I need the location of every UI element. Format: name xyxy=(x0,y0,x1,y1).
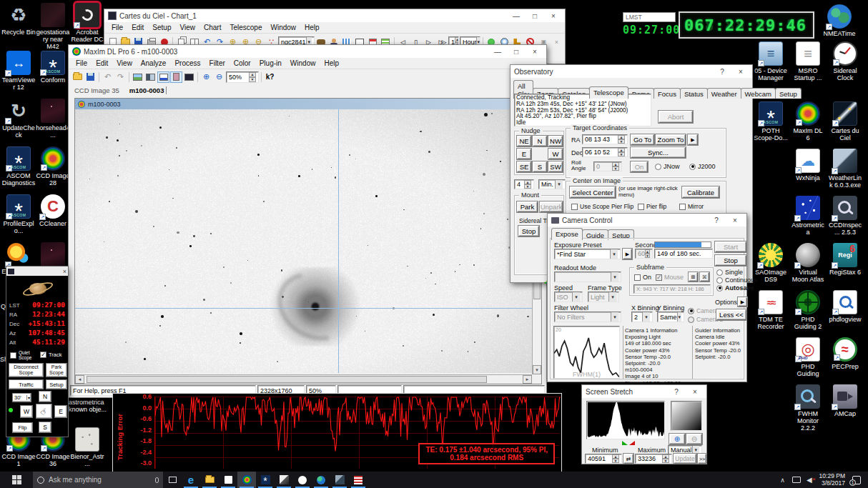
observatory-tab[interactable]: Status xyxy=(680,88,708,99)
desktop-icon[interactable]: PECPrep xyxy=(828,337,862,384)
desktop-icon[interactable]: PHD Guiding 2 xyxy=(791,290,825,337)
maximize-button[interactable]: □ xyxy=(508,46,524,56)
context-help-icon[interactable]: k? xyxy=(264,71,276,83)
stop-tracking-button[interactable]: Stop xyxy=(518,226,539,236)
menu-item[interactable]: Edit xyxy=(92,59,112,68)
swap-min-max-button[interactable]: ⇄ xyxy=(623,454,633,464)
desktop-icon[interactable]: Cartes du Ciel xyxy=(828,101,862,149)
close-icon[interactable]: × xyxy=(63,268,66,275)
nudge-w-button[interactable]: W xyxy=(548,149,563,159)
abort-button[interactable]: Abort xyxy=(659,111,693,123)
stretch-histogram[interactable] xyxy=(586,401,665,439)
desktop-icon[interactable]: POTH Scope-Do... xyxy=(754,101,788,149)
max-marker-icon[interactable] xyxy=(629,441,635,445)
nudge-sw-button[interactable]: SW xyxy=(548,161,563,172)
menu-item[interactable]: View xyxy=(176,23,200,32)
nudge-ne-button[interactable]: NE xyxy=(517,136,531,146)
microphone-icon[interactable] xyxy=(155,477,159,483)
nudge-s-button[interactable]: S xyxy=(533,161,547,172)
desktop-icon[interactable]: Acrobat Reader DC xyxy=(70,3,104,51)
radio-selected-icon[interactable] xyxy=(688,308,694,314)
target-ra-input[interactable]: 08 13 43▲▼ xyxy=(582,134,628,144)
single-radio[interactable]: Single xyxy=(716,269,743,276)
nudge-nw-button[interactable]: NW xyxy=(548,136,563,146)
zoomto-button[interactable]: Zoom To xyxy=(656,134,686,145)
desktop-icon[interactable]: horsehead4... xyxy=(36,99,70,146)
park-scope-button[interactable]: Park Scope xyxy=(46,363,67,377)
taskbar-clock-app[interactable] xyxy=(293,472,312,488)
minimum-spinner[interactable]: 40591▲▼ xyxy=(585,454,622,464)
save-icon[interactable] xyxy=(84,71,97,83)
expand-button[interactable]: >> xyxy=(698,454,706,464)
menu-item[interactable]: File xyxy=(107,23,127,32)
taskbar-image-app[interactable] xyxy=(275,472,293,488)
slew-hand-button[interactable]: ☞ xyxy=(36,404,52,419)
dual-image-icon[interactable] xyxy=(144,71,157,83)
observatory-titlebar[interactable]: Observatory ? × xyxy=(511,65,752,78)
horizontal-scrollbar[interactable]: ◄ ► xyxy=(75,374,532,384)
desktop-icon[interactable]: Astrometrica xyxy=(791,196,825,243)
action-center-button[interactable]: 1 xyxy=(852,476,861,484)
menu-item[interactable]: Help xyxy=(320,59,343,68)
camera-control-titlebar[interactable]: Camera Control ? × xyxy=(548,214,746,226)
checkbox-icon[interactable] xyxy=(679,204,686,210)
help-button[interactable]: ? xyxy=(714,66,730,76)
screen-stretch-icon[interactable] xyxy=(132,71,144,83)
close-button[interactable]: × xyxy=(727,215,743,225)
y-binning-select[interactable]: Same▾ xyxy=(657,312,684,322)
chevron-down-icon[interactable]: ▾ xyxy=(610,249,618,259)
menu-item[interactable]: Window xyxy=(286,59,320,68)
desktop-icon[interactable]: FWHM Monitor 2.2.2 xyxy=(791,384,825,432)
spin-up-icon[interactable]: ▲ xyxy=(249,72,256,77)
taskbar-explorer[interactable] xyxy=(200,472,219,488)
desktop-icon[interactable]: Recycle Bin xyxy=(1,3,36,51)
desktop-icon[interactable]: CCDInspec... 2.5.3 xyxy=(828,196,862,243)
setup-button[interactable]: Setup xyxy=(46,379,67,389)
menu-item[interactable]: File xyxy=(71,59,92,68)
desktop-icon[interactable]: Bienor_Astr... xyxy=(70,427,104,475)
desktop-icon[interactable]: WxNinja xyxy=(791,149,825,196)
readout-mode-select[interactable]: ▾ xyxy=(554,272,621,282)
histogram-zoom-out-button[interactable]: ⊖ xyxy=(686,434,702,444)
nudge-n-button[interactable]: N xyxy=(533,136,547,146)
desktop-icon[interactable]: WeatherLink 6.0.3.exe xyxy=(828,149,862,196)
help-button[interactable]: ? xyxy=(669,387,684,397)
desktop-icon[interactable]: ASCOM Diagnostics xyxy=(1,146,36,194)
observatory-icon[interactable] xyxy=(183,71,195,83)
checkbox-icon[interactable] xyxy=(638,204,644,210)
scroll-down-icon[interactable]: ▼ xyxy=(533,365,541,374)
checkbox-icon[interactable] xyxy=(571,204,578,210)
desktop-icon[interactable]: Conform xyxy=(36,51,70,99)
observatory-tab[interactable]: Telescope xyxy=(589,86,628,99)
calibrate-button[interactable]: Calibrate xyxy=(682,186,719,198)
zoom-level-select[interactable]: 50% ▲▼ xyxy=(226,71,259,83)
scroll-left-icon[interactable]: ◄ xyxy=(75,375,84,384)
taskbar-store[interactable] xyxy=(219,472,237,488)
observatory-tab[interactable]: Setup xyxy=(775,88,802,99)
spin-down-icon[interactable]: ▼ xyxy=(249,77,256,82)
help-button[interactable]: ? xyxy=(709,215,724,225)
less-button[interactable]: Less << xyxy=(716,309,746,320)
roll-angle-input[interactable]: 0▲▼ xyxy=(593,161,622,171)
chevron-down-icon[interactable]: ▾ xyxy=(555,180,563,189)
flip-button[interactable]: Flip xyxy=(12,422,33,433)
desktop-icon[interactable]: UpdateCheck xyxy=(1,99,36,146)
subframe-mouse-checkbox[interactable]: Mouse xyxy=(656,274,684,281)
close-button[interactable]: × xyxy=(733,66,749,76)
radio-icon[interactable] xyxy=(688,317,694,323)
taskbar-weatherlink[interactable] xyxy=(330,472,349,488)
doc-tab-m100-0003[interactable]: m100-0003 xyxy=(129,86,167,94)
close-button[interactable]: × xyxy=(527,46,543,56)
observatory-tab[interactable]: Webcam xyxy=(741,88,776,99)
menu-item[interactable]: Help xyxy=(300,23,324,32)
undo-icon[interactable]: ↶ xyxy=(102,71,114,83)
taskbar-nmeatime[interactable] xyxy=(312,472,330,488)
taskbar-ascom[interactable]: * xyxy=(256,472,275,488)
menu-item[interactable]: Color xyxy=(230,59,255,68)
select-center-button[interactable]: Select Center xyxy=(570,186,616,198)
desktop-icon[interactable]: TeamViewer 12 xyxy=(1,51,36,99)
toolbar-close-icon[interactable]: × xyxy=(551,36,563,48)
park-button[interactable]: Park xyxy=(517,201,538,212)
speed-select[interactable]: ISO▾ xyxy=(554,292,583,302)
taskbar-redapp[interactable] xyxy=(349,472,368,488)
